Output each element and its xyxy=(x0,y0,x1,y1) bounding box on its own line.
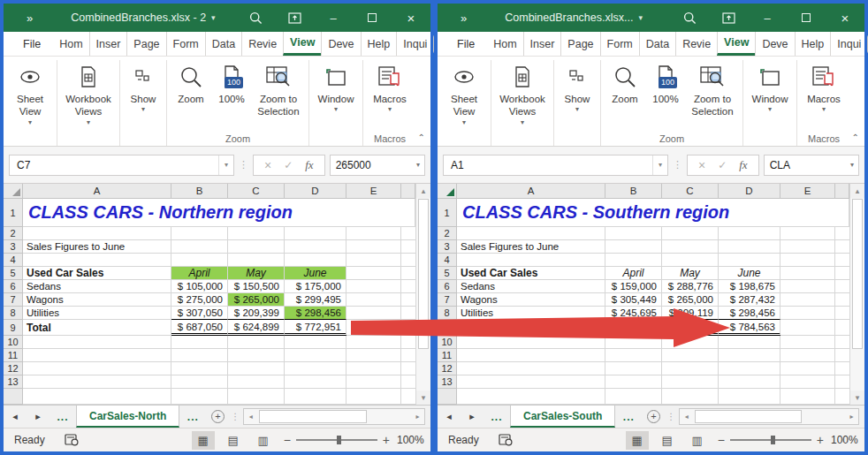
column-header-E[interactable]: E xyxy=(346,184,401,199)
cell-A5[interactable]: Used Car Sales xyxy=(457,267,605,280)
cell-C8[interactable]: $ 209,399 xyxy=(228,307,285,320)
cell[interactable] xyxy=(285,336,346,349)
formula-bar-expand-icon[interactable]: ▾ xyxy=(846,161,858,169)
cell[interactable] xyxy=(346,227,401,240)
row-header-1[interactable]: 1 xyxy=(438,199,457,227)
cell[interactable] xyxy=(346,254,401,267)
normal-view-button[interactable]: ▦ xyxy=(626,431,649,450)
cell[interactable] xyxy=(171,389,228,405)
tab-developer[interactable]: Deve xyxy=(755,32,794,56)
workbook-views-button[interactable]: Workbook Views ▾ xyxy=(494,62,551,127)
row-header-2[interactable]: 2 xyxy=(438,227,457,240)
cell[interactable] xyxy=(23,349,171,362)
select-all-button[interactable] xyxy=(438,184,457,199)
column-header-B[interactable]: B xyxy=(171,184,228,199)
tab-inquire[interactable]: Inqui xyxy=(830,32,867,56)
cell[interactable] xyxy=(346,389,401,405)
cell-B9[interactable]: $ 710,144 xyxy=(605,320,662,336)
vertical-scroll-thumb[interactable] xyxy=(418,199,429,349)
cell[interactable] xyxy=(171,227,228,240)
zoom-to-selection-button[interactable]: Zoom to Selection xyxy=(251,62,306,118)
column-header-A[interactable]: A xyxy=(23,184,171,199)
cell[interactable] xyxy=(285,362,346,375)
cell-C7[interactable]: $ 265,000 xyxy=(662,293,719,307)
cell[interactable] xyxy=(346,240,401,254)
hidden-sheets-right[interactable]: ... xyxy=(179,406,206,428)
sheet-nav-left-icon[interactable]: ◂ xyxy=(4,406,27,428)
row-header-4[interactable]: 4 xyxy=(4,254,23,267)
macro-record-button[interactable] xyxy=(499,434,513,446)
horizontal-scroll-thumb[interactable] xyxy=(695,410,801,423)
cell-A5[interactable]: Used Car Sales xyxy=(23,267,171,280)
macros-button[interactable]: Macros ▾ xyxy=(366,62,414,114)
window-button[interactable]: Window ▾ xyxy=(746,62,794,114)
cell[interactable] xyxy=(23,389,171,405)
cell[interactable] xyxy=(228,240,285,254)
cell[interactable] xyxy=(171,375,228,389)
minimize-button[interactable]: – xyxy=(748,4,787,32)
tab-page-layout[interactable]: Page xyxy=(126,32,165,56)
cell[interactable] xyxy=(662,240,719,254)
column-header-C[interactable]: C xyxy=(662,184,719,199)
tab-formulas[interactable]: Form xyxy=(166,32,205,56)
cell-A9[interactable]: Total xyxy=(23,320,171,336)
cell-C7[interactable]: $ 265,000 xyxy=(228,293,285,307)
cancel-icon[interactable]: × xyxy=(264,158,271,172)
sheet-view-button[interactable]: Sheet View ▾ xyxy=(6,62,54,127)
cell[interactable] xyxy=(719,389,780,405)
new-sheet-button[interactable]: + xyxy=(206,406,229,428)
cell[interactable] xyxy=(719,227,780,240)
row-header-5[interactable]: 5 xyxy=(438,267,457,280)
insert-function-icon[interactable]: fx xyxy=(305,158,313,172)
cell-B8[interactable]: $ 307,050 xyxy=(171,307,228,320)
hscroll-left-icon[interactable]: ◂ xyxy=(244,409,257,424)
tab-help[interactable]: Help xyxy=(361,32,397,56)
zoom-level-label[interactable]: 100% xyxy=(831,434,864,446)
row-header-11[interactable]: 11 xyxy=(4,349,23,362)
quick-access-overflow-icon[interactable]: » xyxy=(461,11,468,25)
collapse-ribbon-icon[interactable]: ⌃ xyxy=(418,133,425,142)
collapse-ribbon-icon[interactable]: ⌃ xyxy=(852,133,859,142)
row-header-13[interactable]: 13 xyxy=(4,375,23,389)
cell[interactable] xyxy=(23,336,171,349)
cell-B7[interactable]: $ 275,000 xyxy=(171,293,228,307)
cell[interactable] xyxy=(346,267,401,280)
row-header-5[interactable]: 5 xyxy=(4,267,23,280)
cell[interactable] xyxy=(780,254,835,267)
cell[interactable] xyxy=(719,349,780,362)
cell-A1-sheet-title[interactable]: CLASS CARS - Southern region xyxy=(457,199,849,227)
insert-function-icon[interactable]: fx xyxy=(739,158,747,172)
cell-C5[interactable]: May xyxy=(662,267,719,280)
cell[interactable] xyxy=(457,227,605,240)
cell-A7[interactable]: Wagons xyxy=(23,293,171,307)
row-header-13[interactable]: 13 xyxy=(438,375,457,389)
cell-A8[interactable]: Utilities xyxy=(23,307,171,320)
hidden-sheets-right[interactable]: ... xyxy=(615,406,642,428)
cell[interactable] xyxy=(605,362,662,375)
cell[interactable] xyxy=(780,307,835,320)
cell-D6[interactable]: $ 175,000 xyxy=(285,280,346,293)
maximize-button[interactable] xyxy=(353,4,392,32)
show-button[interactable]: Show ▾ xyxy=(123,62,164,114)
row-header-10[interactable]: 10 xyxy=(438,336,457,349)
cell[interactable] xyxy=(780,362,835,375)
cell[interactable] xyxy=(457,362,605,375)
column-header-A[interactable]: A xyxy=(457,184,605,199)
horizontal-scroll-thumb[interactable] xyxy=(259,410,367,423)
cell[interactable] xyxy=(228,375,285,389)
cell[interactable] xyxy=(719,336,780,349)
hidden-sheets-left[interactable]: ... xyxy=(49,406,76,428)
row-header-3[interactable]: 3 xyxy=(438,240,457,254)
cell-A9[interactable]: Total xyxy=(457,320,605,336)
tab-file[interactable]: File xyxy=(445,32,487,56)
cell[interactable] xyxy=(605,336,662,349)
tab-insert[interactable]: Inser xyxy=(523,32,561,56)
maximize-button[interactable] xyxy=(787,4,826,32)
tab-inquire[interactable]: Inqui xyxy=(396,32,433,56)
cell-C5[interactable]: May xyxy=(228,267,285,280)
cell-D8[interactable]: $ 298,456 xyxy=(285,307,346,320)
row-header-8[interactable]: 8 xyxy=(438,307,457,320)
cell-B8[interactable]: $ 245,695 xyxy=(605,307,662,320)
column-header-D[interactable]: D xyxy=(285,184,346,199)
ribbon-display-options-button[interactable] xyxy=(709,4,748,32)
